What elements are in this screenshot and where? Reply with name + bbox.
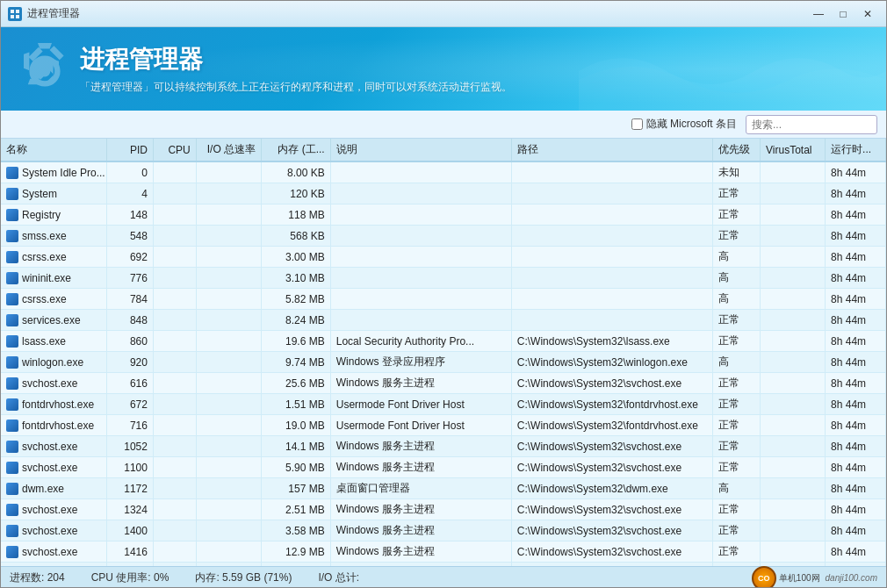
table-row[interactable]: svchost.exe 1324 2.51 MB Windows 服务主进程 C…	[1, 499, 886, 520]
gear-left-icon	[10, 36, 80, 106]
app-icon	[8, 7, 22, 21]
table-row[interactable]: services.exe 848 8.24 MB 正常 8h 44m	[1, 310, 886, 331]
svg-rect-0	[11, 10, 14, 13]
cell-path	[511, 183, 712, 204]
cell-mem: 5.82 MB	[262, 289, 331, 310]
table-row[interactable]: svchost.exe 1400 3.58 MB Windows 服务主进程 C…	[1, 520, 886, 541]
table-row[interactable]: csrss.exe 784 5.82 MB 高 8h 44m	[1, 289, 886, 310]
table-row[interactable]: svchost.exe 1100 5.90 MB Windows 服务主进程 C…	[1, 457, 886, 478]
col-header-path[interactable]: 路径	[511, 139, 712, 161]
cell-path: C:\Windows\System32\winlogon.exe	[511, 352, 712, 373]
cell-path: C:\Windows\System32\svchost.exe	[511, 499, 712, 520]
cell-mem: 3.10 MB	[262, 268, 331, 289]
table-row[interactable]: System 4 120 KB 正常 8h 44m	[1, 183, 886, 204]
table-row[interactable]: svchost.exe 616 25.6 MB Windows 服务主进程 C:…	[1, 373, 886, 394]
cell-pid: 616	[106, 373, 153, 394]
table-row[interactable]: csrss.exe 692 3.00 MB 高 8h 44m	[1, 247, 886, 268]
cell-priority: 高	[712, 478, 760, 499]
header-banner: 进程管理器 「进程管理器」可以持续控制系统上正在运行的程序和进程，同时可以对系统…	[1, 27, 886, 111]
table-row[interactable]: winlogon.exe 920 9.74 MB Windows 登录应用程序 …	[1, 352, 886, 373]
table-row[interactable]: lsass.exe 860 19.6 MB Local Security Aut…	[1, 331, 886, 352]
col-header-pri[interactable]: 优先级	[712, 139, 760, 161]
table-row[interactable]: dwm.exe 1172 157 MB 桌面窗口管理器 C:\Windows\S…	[1, 478, 886, 499]
process-icon	[6, 293, 18, 305]
cell-name: lsass.exe	[1, 331, 106, 352]
col-header-vt[interactable]: VirusTotal	[761, 139, 826, 161]
cell-runtime: 8h 44m	[826, 161, 886, 183]
cell-desc	[330, 161, 511, 183]
cell-name: dwm.exe	[1, 478, 106, 499]
cell-cpu	[153, 436, 196, 457]
col-header-name[interactable]: 名称	[1, 139, 106, 161]
cell-path	[511, 161, 712, 183]
cell-runtime: 8h 44m	[826, 478, 886, 499]
cell-desc	[330, 268, 511, 289]
col-header-pid[interactable]: PID	[106, 139, 153, 161]
hide-microsoft-checkbox[interactable]	[631, 118, 643, 130]
col-header-mem[interactable]: 内存 (工...	[262, 139, 331, 161]
cell-io	[196, 183, 261, 204]
process-icon	[6, 462, 18, 474]
hide-microsoft-label[interactable]: 隐藏 Microsoft 条目	[631, 117, 737, 132]
cell-priority: 正常	[712, 415, 760, 436]
cell-mem: 14.1 MB	[262, 436, 331, 457]
cell-pid: 848	[106, 310, 153, 331]
cell-runtime: 8h 44m	[826, 204, 886, 226]
cell-virustotal	[761, 499, 826, 520]
process-icon	[6, 251, 18, 263]
cell-virustotal	[761, 331, 826, 352]
table-row[interactable]: svchost.exe 1416 12.9 MB Windows 服务主进程 C…	[1, 541, 886, 563]
restore-button[interactable]: □	[832, 5, 855, 23]
cell-path: C:\Windows\System32\svchost.exe	[511, 373, 712, 394]
table-row[interactable]: svchost.exe 1052 14.1 MB Windows 服务主进程 C…	[1, 436, 886, 457]
app-subtitle: 「进程管理器」可以持续控制系统上正在运行的程序和进程，同时可以对系统活动进行监视…	[80, 80, 512, 95]
cell-pid: 1052	[106, 436, 153, 457]
table-row[interactable]: System Idle Pro... 0 8.00 KB 未知 8h 44m	[1, 161, 886, 183]
hide-microsoft-text: 隐藏 Microsoft 条目	[646, 117, 737, 132]
table-row[interactable]: smss.exe 548 568 KB 正常 8h 44m	[1, 226, 886, 247]
cell-name: svchost.exe	[1, 373, 106, 394]
cell-virustotal	[761, 520, 826, 541]
search-input[interactable]	[746, 115, 877, 134]
cell-runtime: 8h 44m	[826, 520, 886, 541]
cell-desc	[330, 289, 511, 310]
process-icon	[6, 398, 18, 411]
cell-priority: 正常	[712, 310, 760, 331]
table-row[interactable]: fontdrvhost.exe 672 1.51 MB Usermode Fon…	[1, 394, 886, 415]
status-io: I/O 总计:	[318, 570, 359, 585]
cell-pid: 716	[106, 415, 153, 436]
cell-desc: Usermode Font Driver Host	[330, 415, 511, 436]
cell-desc: Windows 服务主进程	[330, 373, 511, 394]
table-row[interactable]: wininit.exe 776 3.10 MB 高 8h 44m	[1, 268, 886, 289]
cell-virustotal	[761, 373, 826, 394]
cell-name: smss.exe	[1, 226, 106, 247]
cell-mem: 157 MB	[262, 478, 331, 499]
status-process-count: 进程数: 204	[10, 570, 65, 585]
cell-name: svchost.exe	[1, 457, 106, 478]
cell-mem: 3.00 MB	[262, 247, 331, 268]
cell-runtime: 8h 44m	[826, 394, 886, 415]
col-header-cpu[interactable]: CPU	[153, 139, 196, 161]
cell-virustotal	[761, 310, 826, 331]
cell-runtime: 8h 44m	[826, 415, 886, 436]
table-row[interactable]: fontdrvhost.exe 716 19.0 MB Usermode Fon…	[1, 415, 886, 436]
col-header-desc[interactable]: 说明	[330, 139, 511, 161]
process-table-container[interactable]: 名称 PID CPU I/O 总速率 内存 (工... 说明 路径 优先级 Vi…	[1, 139, 886, 566]
col-header-run[interactable]: 运行时...	[826, 139, 886, 161]
cell-mem: 118 MB	[262, 204, 331, 226]
col-header-io[interactable]: I/O 总速率	[196, 139, 261, 161]
cell-virustotal	[761, 226, 826, 247]
cell-virustotal	[761, 436, 826, 457]
cell-io	[196, 331, 261, 352]
minimize-button[interactable]: —	[807, 5, 830, 23]
logo-circle: CO	[752, 566, 776, 589]
cell-pid: 784	[106, 289, 153, 310]
cell-name: csrss.exe	[1, 289, 106, 310]
cell-mem: 120 KB	[262, 183, 331, 204]
cell-pid: 1400	[106, 520, 153, 541]
cell-cpu	[153, 415, 196, 436]
cell-path	[511, 310, 712, 331]
table-row[interactable]: Registry 148 118 MB 正常 8h 44m	[1, 204, 886, 226]
close-button[interactable]: ✕	[856, 5, 879, 23]
cell-io	[196, 204, 261, 226]
